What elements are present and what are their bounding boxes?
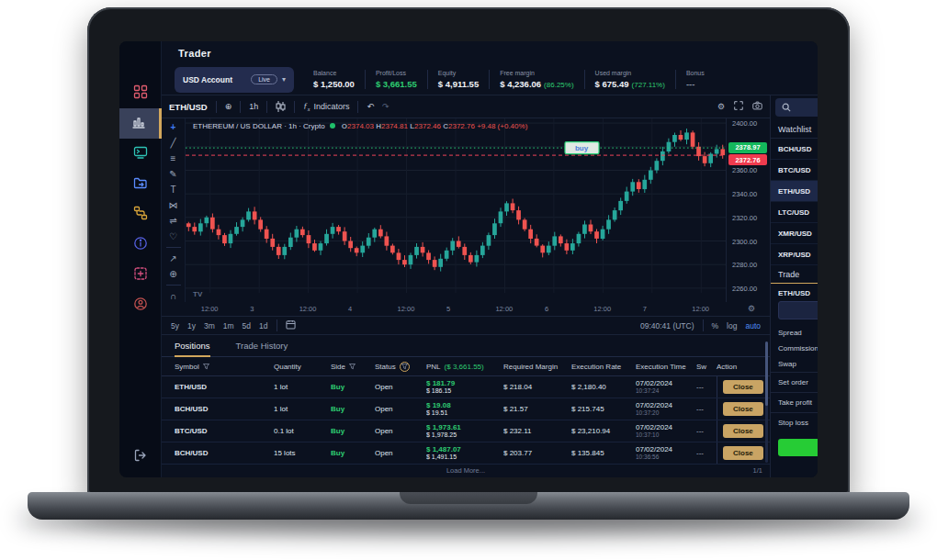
column-header-status[interactable]: Status	[375, 362, 426, 372]
account-stat-used-margin: Used margin $ 675.49(727.11%)	[584, 70, 675, 89]
candle-style-icon[interactable]	[276, 101, 286, 112]
positions-table-header: Symbol QuantitySide Status PNL ($ 3,661.…	[162, 357, 770, 376]
search-input[interactable]	[775, 98, 818, 117]
tab-trade-history[interactable]: Trade History	[236, 335, 288, 356]
range-buttons: 5y1y3m1m5d1d	[171, 321, 268, 330]
stat-value: $ 4,236.06(86.25%)	[500, 79, 573, 89]
account-selector[interactable]: USD Account Live ▾	[175, 67, 294, 93]
watchlist-item-xmr-usd[interactable]: XMR/USD	[771, 223, 818, 244]
symbol-button[interactable]: ETH/USD	[169, 102, 208, 112]
axis-settings-icon[interactable]: ⚙	[748, 304, 755, 313]
watchlist-item-ltc-usd[interactable]: LTC/USD	[771, 202, 818, 223]
brush-tool-icon[interactable]: ✎	[169, 168, 176, 180]
compare-add-icon[interactable]: ⊕	[225, 102, 232, 111]
trade-field-take-profit[interactable]: Take profit	[771, 392, 818, 412]
sidebar-item-terminal[interactable]	[119, 139, 162, 169]
cell-execution-rate: $ 2,180.40	[571, 383, 636, 391]
page-title-bar: Trader	[162, 41, 818, 64]
account-stat-free-margin: Free margin $ 4,236.06(86.25%)	[489, 70, 583, 89]
tab-positions[interactable]: Positions	[175, 335, 210, 356]
trade-field-set-order[interactable]: Set order	[771, 372, 818, 392]
table-scrollbar[interactable]	[765, 342, 768, 463]
chart-plot[interactable]: ETHEREUM / US DOLLAR · 1h · Crypto O2374…	[186, 118, 726, 302]
crosshair-tool-icon[interactable]: +	[171, 121, 176, 133]
stat-label: Free margin	[500, 70, 573, 76]
timeframe-button[interactable]: 1h	[249, 102, 258, 111]
heart-tool-icon[interactable]: ♡	[169, 230, 177, 242]
search-icon	[782, 103, 791, 112]
pattern-tool-icon[interactable]: ⋈	[169, 199, 178, 211]
watchlist-item-btc-usd[interactable]: BTC/USD	[771, 160, 818, 181]
trendline-tool-icon[interactable]: ╱	[170, 137, 175, 149]
load-more-button[interactable]: Load More...	[446, 466, 485, 475]
chart-bottom-bar: 5y1y3m1m5d1d 09:40:41 (UTC) %logauto	[162, 317, 770, 335]
price-tick-label: 2260.00	[732, 285, 757, 293]
folder-icon	[133, 175, 148, 194]
watchlist-item-xrp-usd[interactable]: XRP/USD	[771, 244, 818, 265]
snapshot-camera-icon[interactable]	[752, 101, 762, 112]
close-position-button[interactable]: Close	[723, 446, 763, 460]
time-axis[interactable]: ⚙ 12:00312:00412:00512:00612:00712:00	[162, 302, 770, 317]
redo-icon[interactable]: ↷	[382, 102, 389, 111]
account-stat-bonus: Bonus ---	[675, 70, 715, 89]
text-tool-icon[interactable]: T	[170, 184, 175, 196]
watchlist-item-bch-usd[interactable]: BCH/USD	[771, 139, 818, 160]
column-header-execution-time: Execution Time	[636, 363, 696, 371]
trading-app-screen: Trader USD Account Live ▾ Balance $ 1,25…	[119, 41, 818, 477]
cell-quantity: 1 lot	[274, 405, 331, 413]
chart-settings-icon[interactable]: ⚙	[717, 102, 725, 111]
sidebar-item-support[interactable]	[119, 290, 162, 320]
sidebar-item-chart[interactable]	[119, 108, 162, 139]
fib-tool-icon[interactable]: ≡	[171, 152, 176, 164]
price-tick-label: 2280.00	[732, 261, 757, 269]
sidebar-item-flow[interactable]	[119, 199, 162, 230]
market-open-dot	[330, 123, 335, 129]
sidebar-item-promo[interactable]	[119, 260, 162, 290]
column-header-symbol[interactable]: Symbol	[162, 363, 274, 371]
magnet-tool-icon[interactable]: ∩	[170, 290, 176, 302]
fullscreen-icon[interactable]	[734, 101, 743, 112]
scale-button-auto[interactable]: auto	[745, 321, 761, 330]
position-tool-icon[interactable]: ⇌	[169, 215, 176, 227]
sidebar-item-dashboard[interactable]	[119, 78, 162, 108]
scale-button-log[interactable]: log	[727, 321, 737, 330]
sidebar-item-folder[interactable]	[119, 169, 162, 199]
range-button-1y[interactable]: 1y	[187, 321, 196, 330]
sidebar-item-logout[interactable]	[119, 442, 162, 472]
close-position-button[interactable]: Close	[723, 402, 763, 416]
content-row: ETH/USD ⊕ 1h	[162, 95, 818, 477]
undo-icon[interactable]: ↶	[367, 102, 374, 111]
quantity-input[interactable]	[778, 301, 818, 319]
watchlist: BCH/USDBTC/USDETH/USDLTC/USDXMR/USDXRP/U…	[771, 139, 818, 265]
indicators-button[interactable]: ƒx Indicators	[303, 101, 349, 112]
watchlist-item-eth-usd[interactable]: ETH/USD	[771, 181, 818, 202]
stat-label: Balance	[313, 70, 355, 76]
scale-button-%[interactable]: %	[712, 321, 719, 330]
cell-execution-time: 07/02/202410:37:20	[636, 401, 696, 417]
price-axis[interactable]: 2400.002360.002340.002320.002300.002280.…	[726, 118, 770, 302]
zoom-tool-icon[interactable]: ⊕	[169, 268, 176, 280]
trade-field-stop-loss[interactable]: Stop loss	[771, 412, 818, 432]
range-button-5d[interactable]: 5d	[243, 321, 251, 330]
sidebar-item-info[interactable]	[119, 230, 162, 260]
range-button-1m[interactable]: 1m	[223, 321, 234, 330]
range-button-3m[interactable]: 3m	[204, 321, 215, 330]
chart-area: +╱≡✎T⋈⇌♡↗⊕∩ ETHEREUM / US DOLLAR · 1h · …	[162, 118, 770, 302]
buy-button[interactable]	[778, 439, 818, 456]
close-position-button[interactable]: Close	[723, 424, 763, 438]
last-price-badge: 2372.76	[728, 154, 767, 165]
ruler-tool-icon[interactable]: ↗	[169, 252, 176, 264]
column-header-required-margin: Required Margin	[503, 363, 571, 371]
range-button-1d[interactable]: 1d	[259, 321, 267, 330]
cell-quantity: 0.1 lot	[274, 427, 331, 435]
cell-execution-rate: $ 135.845	[571, 449, 636, 457]
clock[interactable]: 09:40:41 (UTC)	[640, 321, 694, 330]
column-header-pnl: PNL ($ 3,661.55)	[426, 363, 503, 371]
table-row: ETH/USD 1 lot Buy Open $ 181.79$ 186.15 …	[162, 376, 770, 398]
close-position-button[interactable]: Close	[723, 380, 763, 394]
stat-label: Bonus	[686, 70, 705, 76]
cell-symbol: BCH/USD	[162, 405, 274, 413]
range-button-5y[interactable]: 5y	[171, 321, 179, 330]
calendar-icon[interactable]	[286, 319, 296, 331]
column-header-side[interactable]: Side	[331, 363, 375, 371]
